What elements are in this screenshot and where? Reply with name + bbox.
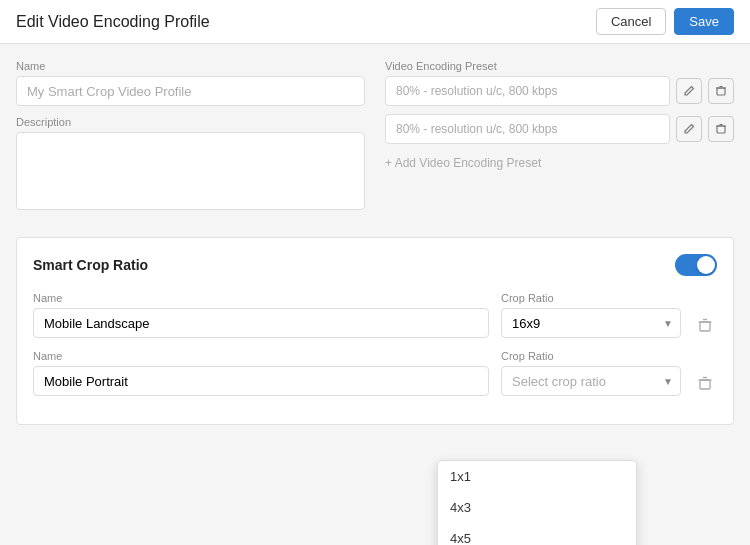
crop-ratio-field-1: Crop Ratio 16x9 1x1 4x3 4x5 9x16 ▼ <box>501 292 681 338</box>
crop-ratio-field-2: Crop Ratio Select crop ratio ▼ <box>501 350 681 396</box>
preset-edit-button-2[interactable] <box>676 116 702 142</box>
preset-item-2: 80% - resolution u/c, 800 kbps <box>385 114 734 144</box>
trash-icon-4 <box>697 375 713 391</box>
cancel-button[interactable]: Cancel <box>596 8 666 35</box>
crop-name-field-1: Name <box>33 292 489 338</box>
dropdown-item-4x5[interactable]: 4x5 <box>438 523 636 545</box>
svg-rect-0 <box>717 88 725 95</box>
smart-crop-section: Smart Crop Ratio Name Crop Ratio 16x9 1x… <box>16 237 734 425</box>
left-section: Name Description <box>16 60 365 213</box>
main-content: Name Description Video Encoding Preset 8… <box>0 44 750 545</box>
add-preset-button[interactable]: + Add Video Encoding Preset <box>385 152 541 174</box>
crop-ratio-select-wrapper-1: 16x9 1x1 4x3 4x5 9x16 ▼ <box>501 308 681 338</box>
crop-delete-button-2[interactable] <box>693 375 717 394</box>
name-input[interactable] <box>16 76 365 106</box>
header-actions: Cancel Save <box>596 8 734 35</box>
crop-ratio-dropdown: 1x1 4x3 4x5 9x16 ☝ 16x9 <box>437 460 637 545</box>
preset-delete-button-1[interactable] <box>708 78 734 104</box>
crop-row-1: Name Crop Ratio 16x9 1x1 4x3 4x5 9x16 ▼ <box>33 292 717 338</box>
right-section: Video Encoding Preset 80% - resolution u… <box>385 60 734 213</box>
preset-value-2: 80% - resolution u/c, 800 kbps <box>385 114 670 144</box>
description-input[interactable] <box>16 132 365 210</box>
edit-icon <box>683 85 695 97</box>
crop-name-input-1[interactable] <box>33 308 489 338</box>
crop-delete-button-1[interactable] <box>693 317 717 336</box>
crop-name-label-2: Name <box>33 350 489 362</box>
preset-item-1: 80% - resolution u/c, 800 kbps <box>385 76 734 106</box>
svg-rect-9 <box>700 380 710 389</box>
crop-name-label-1: Name <box>33 292 489 304</box>
preset-edit-button-1[interactable] <box>676 78 702 104</box>
smart-crop-toggle[interactable] <box>675 254 717 276</box>
crop-ratio-label-2: Crop Ratio <box>501 350 681 362</box>
page-title: Edit Video Encoding Profile <box>16 13 210 31</box>
dropdown-item-1x1[interactable]: 1x1 <box>438 461 636 492</box>
save-button[interactable]: Save <box>674 8 734 35</box>
svg-rect-3 <box>717 126 725 133</box>
trash-icon-2 <box>715 123 727 135</box>
dropdown-item-4x3[interactable]: 4x3 <box>438 492 636 523</box>
crop-ratio-select-1[interactable]: 16x9 1x1 4x3 4x5 9x16 <box>501 308 681 338</box>
crop-row-2: Name Crop Ratio Select crop ratio ▼ <box>33 350 717 396</box>
crop-name-input-2[interactable] <box>33 366 489 396</box>
description-label: Description <box>16 116 365 128</box>
section-title: Smart Crop Ratio <box>33 257 148 273</box>
page-header: Edit Video Encoding Profile Cancel Save <box>0 0 750 44</box>
trash-icon <box>715 85 727 97</box>
edit-icon-2 <box>683 123 695 135</box>
crop-name-field-2: Name <box>33 350 489 396</box>
section-header: Smart Crop Ratio <box>33 254 717 276</box>
top-form: Name Description Video Encoding Preset 8… <box>16 60 734 213</box>
preset-delete-button-2[interactable] <box>708 116 734 142</box>
name-label: Name <box>16 60 365 72</box>
trash-icon-3 <box>697 317 713 333</box>
crop-ratio-label-1: Crop Ratio <box>501 292 681 304</box>
crop-ratio-select-2-display[interactable]: Select crop ratio <box>501 366 681 396</box>
crop-ratio-select-wrapper-2: Select crop ratio ▼ <box>501 366 681 396</box>
video-encoding-label: Video Encoding Preset <box>385 60 734 72</box>
preset-value-1: 80% - resolution u/c, 800 kbps <box>385 76 670 106</box>
svg-rect-6 <box>700 322 710 331</box>
